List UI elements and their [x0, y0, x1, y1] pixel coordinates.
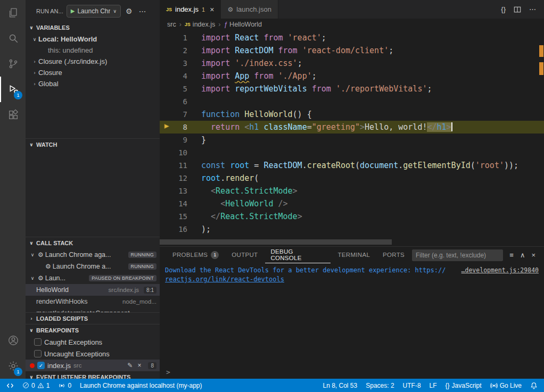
- breakpoint-checkbox[interactable]: [34, 350, 42, 357]
- glyph-margin[interactable]: [160, 146, 174, 159]
- status-language-mode[interactable]: {}JavaScript: [441, 379, 486, 392]
- glyph-margin[interactable]: [160, 223, 174, 236]
- line-number[interactable]: 10: [174, 146, 187, 159]
- variable-row[interactable]: ›Global: [26, 78, 160, 89]
- glyph-margin[interactable]: [160, 57, 174, 70]
- breakpoints-header[interactable]: ∨ BREAKPOINTS: [26, 324, 160, 336]
- debug-launch-dropdown[interactable]: ▶ Launch Chr ∨: [67, 5, 121, 18]
- variable-row[interactable]: ›Closure (./src/index.js): [26, 56, 160, 67]
- callstack-row[interactable]: HelloWorldsrc/index.js8:1: [26, 284, 160, 296]
- line-number[interactable]: 5: [174, 82, 187, 95]
- glyph-margin[interactable]: [160, 172, 174, 185]
- more-actions-icon[interactable]: ⋯: [529, 5, 536, 13]
- status-problems[interactable]: 01: [18, 379, 54, 392]
- loaded-scripts-header[interactable]: › LOADED SCRIPTS: [26, 313, 160, 324]
- variables-header[interactable]: ∨ VARIABLES: [26, 22, 160, 34]
- panel-tab-ports[interactable]: PORTS: [377, 247, 410, 263]
- line-number[interactable]: 14: [174, 197, 187, 210]
- code-line[interactable]: 6: [160, 95, 544, 108]
- event-listener-breakpoints-header[interactable]: ∨ EVENT LISTENER BREAKPOINTS: [26, 371, 160, 379]
- console-prompt-icon[interactable]: >: [166, 368, 170, 376]
- status-notifications[interactable]: [526, 379, 542, 392]
- code-line[interactable]: 12root.render(: [160, 172, 544, 185]
- source-location-link[interactable]: …development.js:29840: [461, 266, 539, 275]
- close-tab-icon[interactable]: ×: [210, 5, 214, 14]
- glyph-margin[interactable]: [160, 134, 174, 146]
- status-remote[interactable]: [2, 379, 18, 392]
- activity-manage[interactable]: 1: [0, 353, 26, 379]
- code-line[interactable]: 3import './index.css';: [160, 57, 544, 70]
- breakpoint-checkbox[interactable]: [34, 338, 42, 346]
- callstack-row[interactable]: mountIndeterminateComponent: [26, 307, 160, 312]
- debug-settings-gear-icon[interactable]: ⚙: [124, 6, 134, 16]
- twisty-icon[interactable]: ›: [31, 70, 38, 76]
- code-line[interactable]: 5import reportWebVitals from './reportWe…: [160, 82, 544, 95]
- glyph-margin[interactable]: [160, 82, 174, 95]
- activity-explorer[interactable]: [0, 0, 26, 26]
- glyph-margin[interactable]: [160, 121, 174, 134]
- status-indentation[interactable]: Spaces: 2: [361, 379, 398, 392]
- status-debug-config[interactable]: Launch Chrome against localhost (my-app): [76, 379, 206, 392]
- tab-launch.json[interactable]: ⚙launch.json: [221, 0, 278, 19]
- panel-tab-debug-console[interactable]: DEBUG CONSOLE: [265, 247, 330, 263]
- glyph-margin[interactable]: [160, 108, 174, 121]
- filter-icon[interactable]: ≡: [509, 251, 514, 259]
- glyph-margin[interactable]: [160, 44, 174, 57]
- start-debug-icon[interactable]: ▶: [71, 8, 75, 14]
- line-number[interactable]: 16: [174, 223, 187, 236]
- line-number[interactable]: 11: [174, 159, 187, 172]
- console-message[interactable]: reactjs.org/link/react-devtools: [165, 275, 284, 284]
- watch-header[interactable]: ∨ WATCH: [26, 139, 160, 151]
- remove-breakpoint-icon[interactable]: ×: [136, 362, 142, 369]
- callstack-row[interactable]: ∨⚙Launch Chrome aga...RUNNING: [26, 249, 160, 261]
- panel-tab-problems[interactable]: PROBLEMS1: [167, 247, 224, 263]
- breakpoint-row[interactable]: ✓index.jssrc✎×8: [26, 360, 160, 371]
- breadcrumb-item-index.js[interactable]: JSindex.js: [185, 21, 215, 28]
- glyph-margin[interactable]: [160, 197, 174, 210]
- activity-source-control[interactable]: [0, 51, 26, 77]
- code-line[interactable]: 9}: [160, 134, 544, 146]
- breadcrumb-item-HelloWorld[interactable]: ƒHelloWorld: [224, 21, 262, 28]
- glyph-margin[interactable]: [160, 31, 174, 44]
- breakpoint-row[interactable]: Uncaught Exceptions: [26, 348, 160, 360]
- sidebar-more-icon[interactable]: ⋯: [137, 6, 148, 16]
- line-number[interactable]: 3: [174, 57, 187, 70]
- line-number[interactable]: 15: [174, 210, 187, 223]
- horizontal-scrollbar[interactable]: [160, 239, 392, 245]
- callstack-row[interactable]: ∨⚙Laun...PAUSED ON BREAKPOINT: [26, 272, 160, 284]
- glyph-margin[interactable]: [160, 185, 174, 197]
- variable-row[interactable]: this: undefined: [26, 45, 160, 56]
- code-line[interactable]: 7function HelloWorld() {: [160, 108, 544, 121]
- status-forwarded-ports[interactable]: 0: [54, 379, 76, 392]
- line-number[interactable]: 8: [174, 121, 187, 134]
- line-number[interactable]: 6: [174, 95, 187, 108]
- callstack-row[interactable]: renderWithHooksnode_mod...: [26, 296, 160, 307]
- twisty-icon[interactable]: ›: [31, 59, 38, 64]
- activity-accounts[interactable]: [0, 328, 26, 353]
- code-line[interactable]: 14 <HelloWorld />: [160, 197, 544, 210]
- line-number[interactable]: 7: [174, 108, 187, 121]
- glyph-margin[interactable]: [160, 70, 174, 82]
- line-number[interactable]: 9: [174, 134, 187, 146]
- breakpoint-checkbox[interactable]: ✓: [37, 362, 45, 369]
- code-line[interactable]: 1import React from 'react';: [160, 31, 544, 44]
- chevron-down-icon[interactable]: ∨: [113, 9, 117, 14]
- glyph-margin[interactable]: [160, 159, 174, 172]
- code-line[interactable]: 8 return <h1 className="greeting">Hello,…: [160, 121, 544, 134]
- code-line[interactable]: 4import App from './App';: [160, 70, 544, 82]
- edit-breakpoint-icon[interactable]: ✎: [126, 362, 134, 369]
- activity-extensions[interactable]: [0, 102, 26, 128]
- maximize-panel-icon[interactable]: ∧: [520, 251, 525, 259]
- tab-index.js[interactable]: JSindex.js1×: [160, 0, 221, 19]
- status-cursor-position[interactable]: Ln 8, Col 53: [318, 379, 361, 392]
- code-line[interactable]: 2import ReactDOM from 'react-dom/client'…: [160, 44, 544, 57]
- line-number[interactable]: 13: [174, 185, 187, 197]
- code-line[interactable]: 15 </React.StrictMode>: [160, 210, 544, 223]
- panel-tab-output[interactable]: OUTPUT: [226, 247, 263, 263]
- activity-run-and-debug[interactable]: 1: [0, 77, 26, 102]
- code-editor[interactable]: 1import React from 'react';2import React…: [160, 30, 544, 246]
- line-number[interactable]: 2: [174, 44, 187, 57]
- variable-row[interactable]: ∨Local: HelloWorld: [26, 34, 160, 45]
- panel-tab-terminal[interactable]: TERMINAL: [333, 247, 376, 263]
- code-line[interactable]: 10: [160, 146, 544, 159]
